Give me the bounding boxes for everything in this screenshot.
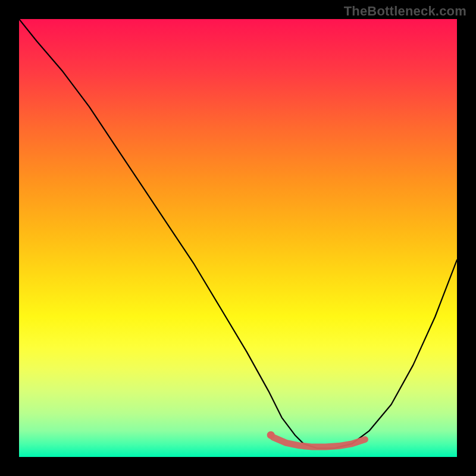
optimal-zone-arc — [273, 437, 365, 447]
optimal-zone-dot — [267, 431, 275, 439]
plot-area — [19, 19, 457, 457]
plot-svg — [19, 19, 457, 457]
chart-container: TheBottleneck.com — [0, 0, 476, 476]
bottleneck-curve — [19, 19, 457, 448]
watermark-text: TheBottleneck.com — [344, 4, 466, 19]
